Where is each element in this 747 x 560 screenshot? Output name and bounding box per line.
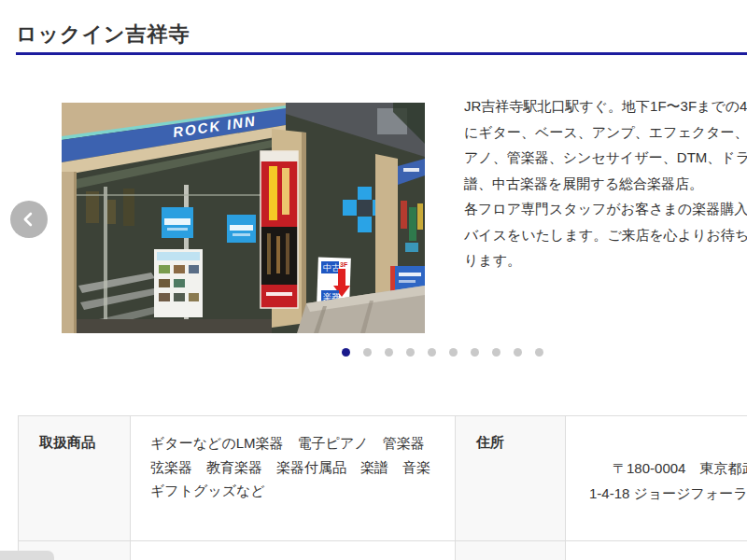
carousel-dot-6[interactable] [449, 348, 458, 357]
carousel-dot-9[interactable] [514, 348, 522, 357]
title-underline [16, 52, 747, 55]
info-value-row2 [131, 541, 456, 560]
address-text: 〒180-0004 東京都武蔵野市吉祥寺本町 1-4-18 ジョージフォーラムビ… [589, 460, 747, 501]
carousel-dot-7[interactable] [471, 348, 479, 357]
chevron-left-icon [21, 211, 37, 228]
info-value-address: 〒180-0004 東京都武蔵野市吉祥寺本町 1-4-18 ジョージフォーラムビ… [566, 416, 747, 541]
carousel-dot-2[interactable] [363, 348, 372, 357]
store-info-table: 取扱商品 ギターなどのLM楽器 電子ピアノ 管楽器 弦楽器 教育楽器 楽器付属品… [18, 415, 747, 560]
carousel-dot-4[interactable] [406, 348, 415, 357]
used-sign-top-text: 中古 [323, 263, 340, 273]
store-description: JR吉祥寺駅北口駅すぐ。地下1F〜3Fまでの4フロア にギター、ベース、アンプ、… [464, 93, 747, 273]
carousel-dot-10[interactable] [535, 348, 543, 357]
carousel-prev-button[interactable] [10, 201, 48, 238]
carousel-dot-5[interactable] [428, 348, 436, 357]
info-label-row2b [456, 541, 566, 560]
carousel-dot-3[interactable] [385, 348, 393, 357]
carousel-dot-1[interactable] [342, 348, 350, 357]
used-sign-floor-text: 3F [340, 261, 348, 268]
page-title: ロックイン吉祥寺 [16, 21, 190, 49]
storefront-illustration: ROCK INN [62, 103, 425, 333]
bottom-left-widget[interactable] [0, 551, 54, 560]
store-detail-page: ロックイン吉祥寺 ROCK INN [0, 0, 747, 560]
store-photo: ROCK INN [62, 103, 425, 333]
info-label-address: 住所 [456, 416, 566, 541]
info-value-row2b [566, 541, 747, 560]
carousel-dot-8[interactable] [492, 348, 500, 357]
info-label-products: 取扱商品 [19, 416, 131, 541]
info-value-products: ギターなどのLM楽器 電子ピアノ 管楽器 弦楽器 教育楽器 楽器付属品 楽譜 音… [131, 416, 456, 541]
carousel-dots [342, 348, 543, 357]
